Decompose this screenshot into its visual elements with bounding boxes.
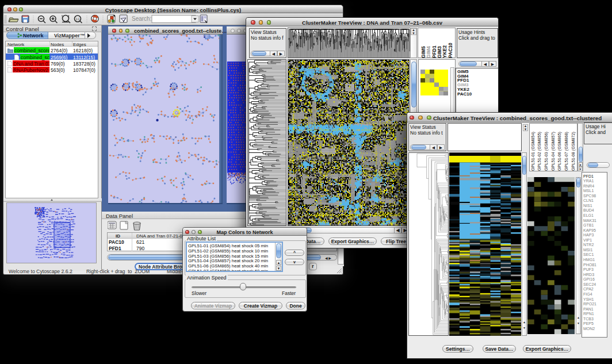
svg-text:Search:: Search: <box>132 16 151 22</box>
svg-text:1:1: 1:1 <box>76 18 80 21</box>
